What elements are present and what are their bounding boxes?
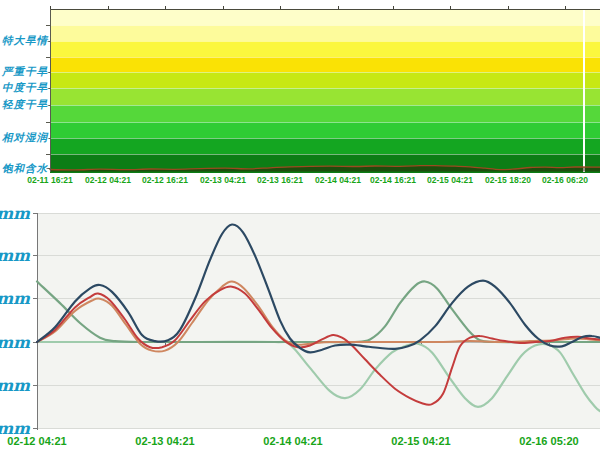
line-plot-area[interactable]	[37, 213, 600, 429]
drought-band	[50, 57, 600, 73]
drought-band	[50, 138, 600, 155]
drought-band	[50, 88, 600, 106]
drought-band	[50, 105, 600, 123]
drought-band	[50, 25, 600, 42]
drought-band	[50, 41, 600, 58]
drought-band	[50, 10, 600, 25]
drought-band	[50, 122, 600, 139]
soil-drought-monitor-dashboard: 特大旱情严重干旱中度干旱轻度干旱相对湿润饱和含水 02-11 16:2102-1…	[0, 0, 600, 450]
drought-band	[50, 154, 600, 173]
drought-band	[50, 72, 600, 89]
